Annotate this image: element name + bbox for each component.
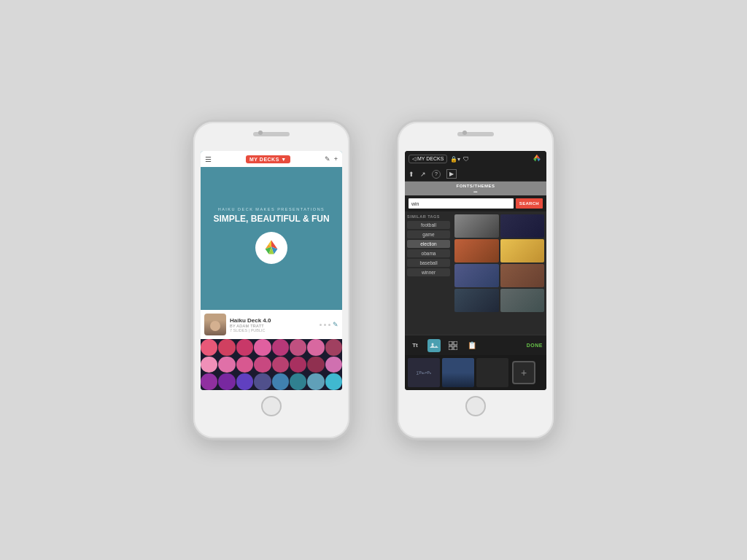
svg-rect-16 [454, 346, 457, 350]
image-thumb-7[interactable] [454, 289, 499, 312]
image-thumb-6[interactable] [500, 264, 545, 287]
image-thumb-4[interactable] [500, 239, 545, 262]
makeup-dot-19 [254, 373, 271, 390]
makeup-dot-9 [218, 357, 235, 373]
tag-election[interactable]: election [407, 240, 450, 248]
fonts-themes-label: FONTS/THEMES [456, 184, 495, 188]
lock-icon[interactable]: 🔒▾ [450, 156, 460, 163]
makeup-dot-21 [290, 373, 306, 390]
deck-card: Haiku Deck 4.0 BY ADAM TRATT 7 SLIDES | … [201, 310, 342, 339]
tag-football[interactable]: football [407, 221, 450, 229]
tag-game[interactable]: game [407, 230, 450, 238]
makeup-dot-23 [325, 373, 342, 390]
makeup-dot-4 [272, 339, 289, 356]
image-thumb-5[interactable] [454, 264, 499, 287]
svg-rect-13 [449, 341, 452, 345]
done-button[interactable]: DONE [527, 343, 543, 348]
makeup-dot-20 [272, 373, 289, 390]
my-decks-button[interactable]: MY DECKS ▼ [246, 155, 290, 163]
help-icon[interactable]: ? [432, 170, 441, 179]
makeup-dot-6 [307, 339, 324, 356]
fonts-themes-bar[interactable]: FONTS/THEMES ▬ [405, 182, 546, 195]
bottom-toolbar: Tt 📋 DONE [405, 335, 546, 355]
makeup-dot-3 [254, 339, 271, 356]
makeup-dot-16 [201, 373, 217, 390]
topbar-icons: ✎ + [325, 155, 338, 163]
makeup-dot-8 [201, 357, 217, 373]
makeup-dot-15 [325, 357, 342, 373]
card-meta: 7 SLIDES | PUBLIC [230, 328, 316, 332]
share-icon[interactable]: ⬆ [409, 171, 414, 178]
makeup-dot-7 [325, 339, 342, 356]
makeup-grid [201, 339, 342, 390]
add-slide-button[interactable]: + [512, 361, 535, 384]
tag-winner[interactable]: winner [407, 268, 450, 276]
right-phone: ◁ MY DECKS 🔒▾ 🛡 ⬆ ↗ ? ▶ FONTS/THEMES ▬ [395, 120, 556, 440]
tags-panel: SIMILAR TAGS football game election obam… [405, 211, 452, 335]
image-thumb-1[interactable] [454, 214, 499, 238]
dot-2 [324, 324, 326, 326]
avatar [204, 314, 226, 335]
left-phone-screen: ☰ MY DECKS ▼ ✎ + HAIKU DECK MAKES PRESEN… [201, 151, 342, 390]
makeup-dot-13 [290, 357, 306, 373]
similar-tags-label: SIMILAR TAGS [407, 214, 450, 219]
left-topbar: ☰ MY DECKS ▼ ✎ + [201, 151, 342, 167]
image-thumb-8[interactable] [500, 289, 545, 312]
layout-tool-icon[interactable] [446, 339, 460, 352]
search-button[interactable]: SEARCH [516, 198, 543, 209]
tag-baseball[interactable]: baseball [407, 259, 450, 267]
makeup-dot-5 [290, 339, 306, 356]
makeup-dot-12 [272, 357, 289, 373]
svg-rect-14 [454, 341, 457, 345]
bottom-thumbnails: ∑Pdn=Pn + [405, 355, 546, 390]
tag-obama[interactable]: obama [407, 249, 450, 257]
right-toolbar2: ⬆ ↗ ? ▶ [405, 167, 546, 182]
notes-tool-icon[interactable]: 📋 [465, 339, 479, 352]
makeup-dot-0 [201, 339, 217, 356]
images-panel [452, 211, 546, 335]
slide-thumb-1[interactable]: ∑Pdn=Pn [408, 358, 440, 387]
layout-icon-svg [449, 341, 457, 350]
dot-3 [328, 324, 330, 326]
search-input[interactable] [409, 198, 514, 209]
image-icon-svg [430, 341, 438, 350]
makeup-dot-1 [218, 339, 235, 356]
makeup-dot-22 [307, 373, 324, 390]
home-button[interactable] [261, 396, 282, 416]
svg-rect-15 [449, 346, 452, 350]
edit-icon[interactable]: ✎ [333, 321, 338, 328]
add-icon[interactable]: + [334, 155, 338, 163]
content-area: SIMILAR TAGS football game election obam… [405, 211, 546, 335]
hero-title: SIMPLE, BEAUTIFUL & FUN [213, 214, 329, 224]
slide-thumb-3[interactable] [476, 358, 508, 387]
back-button[interactable]: ◁ MY DECKS [409, 155, 447, 163]
makeup-dot-14 [307, 357, 324, 373]
left-hero: HAIKU DECK MAKES PRESENTATIONS SIMPLE, B… [201, 167, 342, 310]
haiku-bird-small [531, 154, 543, 163]
text-tool-icon[interactable]: Tt [409, 339, 422, 352]
image-tool-icon[interactable] [427, 339, 441, 352]
shield-icon[interactable]: 🛡 [463, 156, 469, 163]
image-thumb-3[interactable] [454, 239, 499, 262]
image-thumb-2[interactable] [500, 214, 545, 238]
card-actions: ✎ [320, 321, 338, 328]
makeup-dot-11 [254, 357, 271, 373]
export-icon[interactable]: ↗ [420, 171, 426, 178]
hero-subtitle: HAIKU DECK MAKES PRESENTATIONS [218, 207, 325, 211]
haiku-bird-logo [261, 238, 282, 258]
home-button-right[interactable] [465, 396, 486, 416]
avatar-image [204, 314, 226, 335]
makeup-dot-2 [236, 339, 253, 356]
search-bar: SEARCH [405, 195, 546, 211]
slide-thumb-2[interactable] [442, 358, 474, 387]
card-title: Haiku Deck 4.0 [230, 317, 316, 324]
dot-1 [320, 324, 322, 326]
pen-icon[interactable]: ✎ [325, 155, 330, 163]
play-icon[interactable]: ▶ [446, 169, 457, 179]
card-info: Haiku Deck 4.0 BY ADAM TRATT 7 SLIDES | … [230, 317, 316, 332]
right-phone-screen: ◁ MY DECKS 🔒▾ 🛡 ⬆ ↗ ? ▶ FONTS/THEMES ▬ [405, 151, 546, 390]
hamburger-icon[interactable]: ☰ [205, 155, 212, 163]
svg-rect-10 [430, 341, 438, 350]
right-topbar: ◁ MY DECKS 🔒▾ 🛡 [405, 151, 546, 167]
makeup-section [201, 339, 342, 390]
